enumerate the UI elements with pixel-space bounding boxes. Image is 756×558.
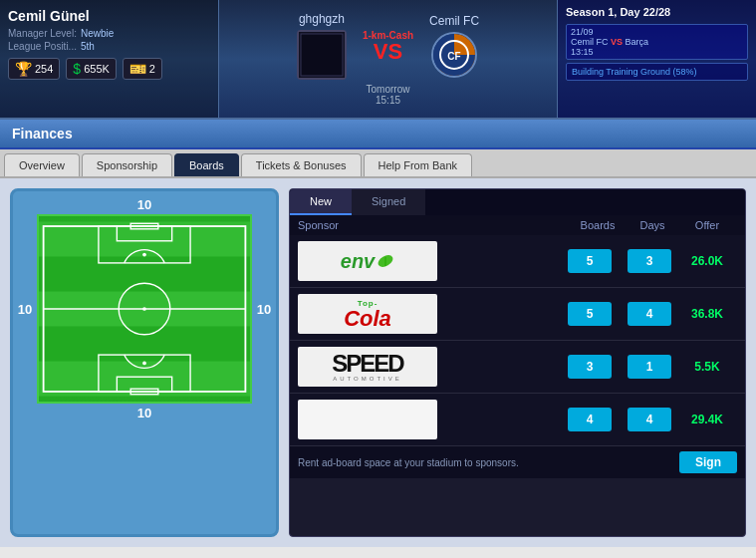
svg-rect-1 bbox=[301, 34, 343, 76]
manager-name: Cemil Günel bbox=[8, 8, 210, 24]
pitch-num-top: 10 bbox=[17, 195, 272, 214]
col-days-header: Days bbox=[628, 219, 677, 231]
match-time: Tomorrow 15:15 bbox=[367, 84, 410, 106]
tab-boards[interactable]: Boards bbox=[174, 153, 239, 176]
sponsor-tab-signed[interactable]: Signed bbox=[352, 189, 425, 215]
empty-days-btn[interactable]: 4 bbox=[628, 408, 671, 431]
sponsor-table-header: Sponsor Boards Days Offer bbox=[290, 215, 745, 235]
ticket-count: 2 bbox=[149, 63, 155, 75]
content-area: 10 10 bbox=[0, 178, 756, 547]
ticket-icon: 🎫 bbox=[129, 61, 146, 77]
header: Cemil Günel Manager Level: Newbie League… bbox=[0, 0, 756, 120]
manager-panel: Cemil Günel Manager Level: Newbie League… bbox=[0, 0, 219, 118]
env-logo-box: env bbox=[298, 241, 437, 281]
col-offer-header: Offer bbox=[677, 219, 737, 231]
speed-days-cell: 1 bbox=[628, 355, 677, 379]
team-left-name: ghghgzh bbox=[299, 12, 345, 26]
sponsor-logo-empty bbox=[298, 398, 568, 441]
tab-help-from-bank[interactable]: Help From Bank bbox=[364, 153, 472, 176]
sponsor-tabs: New Signed bbox=[290, 189, 745, 215]
topcola-logo-box: Top- Cola bbox=[298, 294, 437, 334]
trophy-icon: 🏆 bbox=[15, 61, 32, 77]
col-sponsor-header: Sponsor bbox=[298, 219, 568, 231]
sponsor-row-1: Top- Cola 5 4 36.8K bbox=[290, 288, 745, 341]
svg-point-12 bbox=[142, 307, 146, 311]
pitch-sides: 10 bbox=[17, 214, 272, 404]
finances-header: Finances bbox=[0, 120, 756, 149]
speed-logo-box: SPEED AUTOMOTIVE bbox=[298, 347, 437, 387]
env-offer-cell: 26.0K bbox=[677, 254, 737, 268]
empty-boards-btn[interactable]: 4 bbox=[568, 408, 612, 431]
sponsor-logo-speed: SPEED AUTOMOTIVE bbox=[298, 345, 568, 389]
footer-text: Rent ad-board space at your stadium to s… bbox=[298, 457, 519, 468]
season-panel: Season 1, Day 22/28 21/09 Cemil FC VS Ba… bbox=[557, 0, 756, 118]
env-text: env bbox=[341, 250, 375, 273]
match1-time: 13:15 bbox=[571, 47, 743, 57]
pitch-svg bbox=[39, 216, 250, 402]
tab-overview[interactable]: Overview bbox=[4, 153, 80, 176]
sponsor-tab-new[interactable]: New bbox=[290, 189, 352, 215]
topcola-days-btn[interactable]: 4 bbox=[628, 302, 671, 326]
tab-sponsorship[interactable]: Sponsorship bbox=[82, 153, 172, 176]
env-days-cell: 3 bbox=[628, 249, 677, 273]
money-value: 655K bbox=[84, 63, 110, 75]
pitch-num-bottom: 10 bbox=[17, 404, 272, 422]
match-time-value: 15:15 bbox=[376, 95, 400, 106]
sponsor-footer: Rent ad-board space at your stadium to s… bbox=[290, 446, 745, 478]
sponsor-row-0: env 5 3 bbox=[290, 235, 745, 288]
match-panel: ghghgzh 1-km-Cash VS Cemil FC bbox=[219, 0, 557, 118]
svg-text:CF: CF bbox=[447, 51, 460, 62]
ticket-badge: 🎫 2 bbox=[123, 58, 162, 80]
speed-boards-cell: 3 bbox=[568, 355, 628, 379]
building-status: Building Training Ground (58%) bbox=[566, 63, 748, 81]
automotive-label: AUTOMOTIVE bbox=[332, 376, 402, 382]
match1-teams: Cemil FC VS Barça bbox=[571, 37, 743, 47]
left-team-emblem bbox=[299, 32, 345, 78]
tab-tickets-bonuses[interactable]: Tickets & Bonuses bbox=[241, 153, 362, 176]
trophy-badge: 🏆 254 bbox=[8, 58, 60, 80]
sponsor-logo-env: env bbox=[298, 239, 568, 283]
team-left-logo bbox=[297, 30, 347, 80]
empty-days-cell: 4 bbox=[628, 408, 677, 431]
cemil-emblem: CF bbox=[433, 34, 475, 76]
pitch-container: 10 10 bbox=[10, 188, 279, 537]
manager-level-label: Manager Level: bbox=[8, 28, 77, 39]
col-boards-header: Boards bbox=[568, 219, 628, 231]
team-vs-row: ghghgzh 1-km-Cash VS Cemil FC bbox=[227, 12, 549, 80]
topcola-offer-cell: 36.8K bbox=[677, 307, 737, 321]
match-item-1: 21/09 Cemil FC VS Barça 13:15 bbox=[566, 24, 748, 60]
money-icon: $ bbox=[73, 61, 81, 77]
topcola-offer-value: 36.8K bbox=[677, 307, 737, 321]
topcola-boards-btn[interactable]: 5 bbox=[568, 302, 612, 326]
pitch-field bbox=[37, 214, 252, 404]
finances-title: Finances bbox=[12, 126, 73, 141]
empty-offer-cell: 29.4K bbox=[677, 413, 737, 426]
empty-sponsor-box bbox=[298, 400, 437, 439]
match-vs-1: VS bbox=[611, 37, 623, 47]
topcola-boards-cell: 5 bbox=[568, 302, 628, 326]
speed-days-btn[interactable]: 1 bbox=[628, 355, 671, 379]
env-days-btn[interactable]: 3 bbox=[628, 249, 671, 273]
team-right-logo: CF bbox=[431, 32, 477, 78]
topcola-days-cell: 4 bbox=[628, 302, 677, 326]
empty-offer-value: 29.4K bbox=[677, 413, 737, 426]
pitch-num-right: 10 bbox=[256, 302, 272, 317]
sponsor-row-3: 4 4 29.4K bbox=[290, 394, 745, 446]
pitch-num-left: 10 bbox=[17, 302, 33, 317]
sponsor-row-2: SPEED AUTOMOTIVE 3 1 5.5K bbox=[290, 341, 745, 394]
sign-button[interactable]: Sign bbox=[679, 451, 737, 473]
env-leaf-icon bbox=[377, 252, 394, 270]
speed-boards-btn[interactable]: 3 bbox=[568, 355, 612, 379]
vs-text: VS bbox=[374, 41, 402, 63]
empty-boards-cell: 4 bbox=[568, 408, 628, 431]
vs-section: 1-km-Cash VS bbox=[363, 30, 413, 63]
team-right-name: Cemil FC bbox=[429, 14, 479, 28]
manager-level-value: Newbie bbox=[81, 28, 114, 39]
league-pos-label: League Positi... bbox=[8, 41, 77, 52]
svg-point-18 bbox=[142, 362, 146, 366]
match-time-label: Tomorrow bbox=[367, 84, 410, 95]
env-boards-cell: 5 bbox=[568, 249, 628, 273]
env-boards-btn[interactable]: 5 bbox=[568, 249, 612, 273]
speed-offer-value: 5.5K bbox=[677, 360, 737, 374]
svg-point-15 bbox=[142, 253, 146, 257]
